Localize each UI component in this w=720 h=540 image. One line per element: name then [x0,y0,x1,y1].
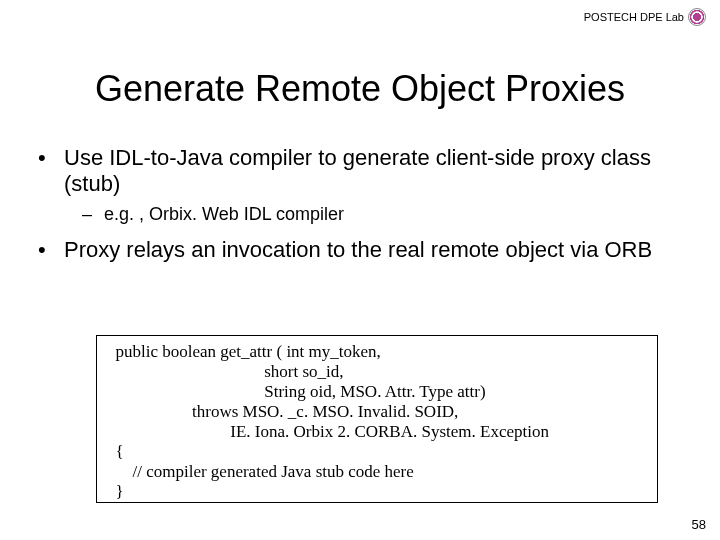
bullet-item: • Use IDL-to-Java compiler to generate c… [38,145,682,197]
bullet-text: Proxy relays an invocation to the real r… [64,237,652,263]
code-line: public boolean get_attr ( int my_token, [107,342,647,362]
bullet-item: • Proxy relays an invocation to the real… [38,237,682,263]
bullet-marker-icon: • [38,145,64,197]
code-line: throws MSO. _c. MSO. Invalid. SOID, [107,402,647,422]
bullet-text: Use IDL-to-Java compiler to generate cli… [64,145,682,197]
slide-content: • Use IDL-to-Java compiler to generate c… [38,145,682,265]
code-line: // compiler generated Java stub code her… [107,462,647,482]
code-line: } [107,482,647,502]
slide-header: POSTECH DPE Lab [584,8,706,26]
dash-marker-icon: – [82,203,104,225]
sub-bullet-text: e.g. , Orbix. Web IDL compiler [104,203,344,225]
lab-logo-icon [688,8,706,26]
code-line: String oid, MSO. Attr. Type attr) [107,382,647,402]
bullet-marker-icon: • [38,237,64,263]
code-block: public boolean get_attr ( int my_token, … [96,335,658,503]
code-line: { [107,442,647,462]
page-number: 58 [692,517,706,532]
sub-bullet-item: – e.g. , Orbix. Web IDL compiler [82,203,682,225]
code-line: short so_id, [107,362,647,382]
slide-title: Generate Remote Object Proxies [0,68,720,110]
lab-name: POSTECH DPE Lab [584,11,684,23]
code-line: IE. Iona. Orbix 2. CORBA. System. Except… [107,422,647,442]
